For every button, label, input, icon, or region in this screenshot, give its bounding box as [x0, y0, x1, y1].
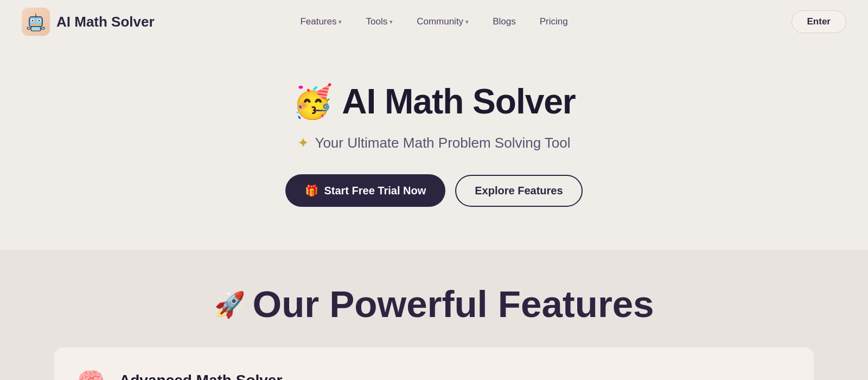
nav-item-community[interactable]: Community ▾: [407, 12, 478, 31]
nav-features-label: Features: [300, 16, 336, 27]
enter-button[interactable]: Enter: [792, 10, 846, 33]
svg-point-6: [39, 20, 40, 22]
chevron-down-icon: ▾: [465, 18, 469, 26]
svg-rect-8: [31, 27, 41, 31]
navbar: AI Math Solver Features ▾ Tools ▾ Commun…: [0, 0, 868, 43]
feature-card-title: Advanced Math Solver: [119, 372, 282, 381]
hero-subtitle-group: ✦ Your Ultimate Math Problem Solving Too…: [297, 135, 570, 151]
svg-rect-10: [41, 27, 44, 29]
nav-tools-label: Tools: [366, 16, 387, 27]
brand-logo-link[interactable]: AI Math Solver: [22, 8, 155, 36]
gift-icon: 🎁: [305, 184, 318, 197]
svg-point-2: [35, 12, 37, 15]
nav-blogs-label: Blogs: [493, 16, 516, 27]
hero-actions: 🎁 Start Free Trial Now Explore Features: [285, 174, 582, 207]
brand-title: AI Math Solver: [56, 14, 155, 30]
hero-emoji-icon: 🥳: [292, 83, 333, 121]
hero-title-group: 🥳 AI Math Solver: [292, 81, 576, 122]
svg-point-5: [32, 20, 34, 22]
features-title-group: 🚀 Our Powerful Features: [22, 283, 846, 326]
nav-pricing-label: Pricing: [540, 16, 568, 27]
nav-community-label: Community: [417, 16, 463, 27]
nav-item-tools[interactable]: Tools ▾: [356, 12, 403, 31]
start-trial-button[interactable]: 🎁 Start Free Trial Now: [285, 174, 445, 207]
explore-features-label: Explore Features: [475, 185, 563, 197]
sparkle-icon: ✦: [297, 135, 309, 151]
start-trial-label: Start Free Trial Now: [324, 185, 426, 197]
chevron-down-icon: ▾: [339, 18, 342, 26]
features-title-text: Our Powerful Features: [253, 283, 654, 326]
explore-features-button[interactable]: Explore Features: [455, 175, 582, 207]
features-section: 🚀 Our Powerful Features 🧠 Advanced Math …: [0, 250, 868, 380]
chevron-down-icon: ▾: [390, 18, 393, 26]
brand-logo-icon: [22, 8, 50, 36]
svg-rect-9: [27, 27, 30, 29]
main-nav: Features ▾ Tools ▾ Community ▾ Blogs Pri…: [290, 12, 577, 31]
hero-section: 🥳 AI Math Solver ✦ Your Ultimate Math Pr…: [0, 43, 868, 250]
hero-title-text: AI Math Solver: [342, 81, 576, 122]
nav-item-blogs[interactable]: Blogs: [483, 12, 526, 31]
brain-icon: 🧠: [76, 367, 106, 380]
nav-item-pricing[interactable]: Pricing: [530, 12, 578, 31]
hero-subtitle-text: Your Ultimate Math Problem Solving Tool: [315, 135, 570, 151]
nav-item-features[interactable]: Features ▾: [290, 12, 352, 31]
rocket-icon: 🚀: [214, 290, 245, 319]
svg-rect-7: [32, 24, 40, 26]
feature-card-math-solver: 🧠 Advanced Math Solver: [54, 347, 814, 380]
